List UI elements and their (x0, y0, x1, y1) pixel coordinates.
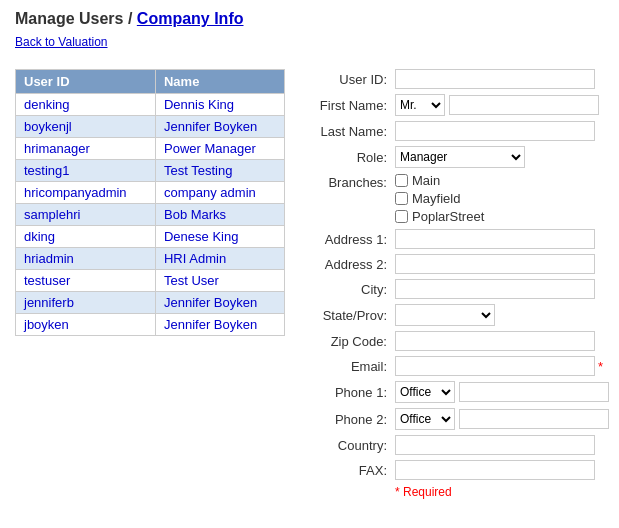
country-input[interactable] (395, 435, 595, 455)
address1-input[interactable] (395, 229, 595, 249)
table-row-name[interactable]: Jennifer Boyken (155, 314, 284, 336)
email-input[interactable] (395, 356, 595, 376)
table-row-name[interactable]: Test User (155, 270, 284, 292)
table-row-name[interactable]: Power Manager (155, 138, 284, 160)
branch-label: Main (412, 173, 440, 188)
phone2-row: Phone 2: OfficeMobileHomeFax (305, 408, 609, 430)
branch-item: PoplarStreet (395, 209, 484, 224)
table-row-userid[interactable]: samplehri (16, 204, 156, 226)
country-label: Country: (305, 438, 395, 453)
page-title: Manage Users / Company Info (15, 10, 604, 28)
zip-label: Zip Code: (305, 334, 395, 349)
table-row-name[interactable]: Test Testing (155, 160, 284, 182)
phone1-label: Phone 1: (305, 385, 395, 400)
userid-input[interactable] (395, 69, 595, 89)
branches-row: Branches: MainMayfieldPoplarStreet (305, 173, 609, 224)
phone2-label: Phone 2: (305, 412, 395, 427)
firstname-row: First Name: Mr.Mrs.Ms.Dr. (305, 94, 609, 116)
firstname-input[interactable] (449, 95, 599, 115)
state-select[interactable] (395, 304, 495, 326)
city-label: City: (305, 282, 395, 297)
address2-label: Address 2: (305, 257, 395, 272)
role-label: Role: (305, 150, 395, 165)
table-row-name[interactable]: Bob Marks (155, 204, 284, 226)
table-row-userid[interactable]: testing1 (16, 160, 156, 182)
table-row-userid[interactable]: dking (16, 226, 156, 248)
email-label: Email: (305, 359, 395, 374)
table-row-userid[interactable]: boykenjl (16, 116, 156, 138)
zip-row: Zip Code: (305, 331, 609, 351)
state-label: State/Prov: (305, 308, 395, 323)
lastname-input[interactable] (395, 121, 595, 141)
user-form: User ID: First Name: Mr.Mrs.Ms.Dr. Last … (305, 69, 609, 499)
branches-label: Branches: (305, 173, 395, 190)
table-row-userid[interactable]: hrimanager (16, 138, 156, 160)
phone1-type-select[interactable]: OfficeMobileHomeFax (395, 381, 455, 403)
country-row: Country: (305, 435, 609, 455)
phone1-inputs: OfficeMobileHomeFax (395, 381, 609, 403)
table-row-userid[interactable]: hricompanyadmin (16, 182, 156, 204)
table-row-userid[interactable]: jboyken (16, 314, 156, 336)
phone1-input[interactable] (459, 382, 609, 402)
table-row-name[interactable]: Jennifer Boyken (155, 116, 284, 138)
branches-checkboxes: MainMayfieldPoplarStreet (395, 173, 484, 224)
table-row-userid[interactable]: hriadmin (16, 248, 156, 270)
zip-input[interactable] (395, 331, 595, 351)
address1-row: Address 1: (305, 229, 609, 249)
table-row-userid[interactable]: jenniferb (16, 292, 156, 314)
state-row: State/Prov: (305, 304, 609, 326)
table-row-name[interactable]: Dennis King (155, 94, 284, 116)
branch-label: PoplarStreet (412, 209, 484, 224)
city-row: City: (305, 279, 609, 299)
table-row-name[interactable]: Jennifer Boyken (155, 292, 284, 314)
branch-label: Mayfield (412, 191, 460, 206)
fax-input[interactable] (395, 460, 595, 480)
city-input[interactable] (395, 279, 595, 299)
address2-row: Address 2: (305, 254, 609, 274)
phone1-row: Phone 1: OfficeMobileHomeFax (305, 381, 609, 403)
table-row-name[interactable]: HRI Admin (155, 248, 284, 270)
branch-item: Mayfield (395, 191, 484, 206)
phone2-type-select[interactable]: OfficeMobileHomeFax (395, 408, 455, 430)
company-info-link[interactable]: Company Info (137, 10, 244, 27)
email-required-star: * (598, 359, 603, 374)
firstname-inputs: Mr.Mrs.Ms.Dr. (395, 94, 599, 116)
user-table: User ID Name denkingDennis KingboykenjlJ… (15, 69, 285, 336)
table-row-userid[interactable]: testuser (16, 270, 156, 292)
fax-row: FAX: (305, 460, 609, 480)
address1-label: Address 1: (305, 232, 395, 247)
phone2-inputs: OfficeMobileHomeFax (395, 408, 609, 430)
table-row-name[interactable]: Denese King (155, 226, 284, 248)
col-header-userid: User ID (16, 70, 156, 94)
phone2-input[interactable] (459, 409, 609, 429)
email-row: Email: * (305, 356, 609, 376)
firstname-label: First Name: (305, 98, 395, 113)
lastname-label: Last Name: (305, 124, 395, 139)
col-header-name: Name (155, 70, 284, 94)
branch-item: Main (395, 173, 484, 188)
role-row: Role: ManagerAdminEmployeeViewer (305, 146, 609, 168)
lastname-row: Last Name: (305, 121, 609, 141)
fax-label: FAX: (305, 463, 395, 478)
user-table-container: User ID Name denkingDennis KingboykenjlJ… (15, 69, 285, 499)
userid-row: User ID: (305, 69, 609, 89)
salutation-select[interactable]: Mr.Mrs.Ms.Dr. (395, 94, 445, 116)
userid-label: User ID: (305, 72, 395, 87)
address2-input[interactable] (395, 254, 595, 274)
back-to-valuation-link[interactable]: Back to Valuation (15, 35, 108, 49)
branch-checkbox-mayfield[interactable] (395, 192, 408, 205)
branch-checkbox-poplarstreet[interactable] (395, 210, 408, 223)
table-row-userid[interactable]: denking (16, 94, 156, 116)
branch-checkbox-main[interactable] (395, 174, 408, 187)
table-row-name[interactable]: company admin (155, 182, 284, 204)
required-note: * Required (395, 485, 609, 499)
role-select[interactable]: ManagerAdminEmployeeViewer (395, 146, 525, 168)
